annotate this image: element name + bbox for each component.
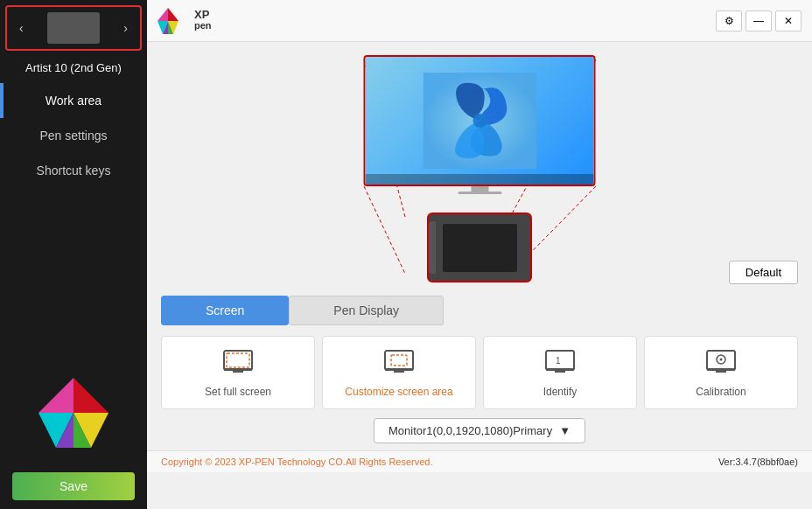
sidebar-item-pen-settings[interactable]: Pen settings [0,118,147,153]
device-thumbnail [47,12,100,44]
set-full-screen-card[interactable]: Set full screen [161,336,315,409]
svg-marker-0 [38,378,74,413]
tablet-device [427,213,532,282]
svg-rect-29 [716,371,726,373]
app-logo: XP pen [158,8,212,34]
monitor-dropdown-icon: ▼ [559,424,570,437]
svg-rect-28 [707,368,735,371]
sidebar-logo [0,360,147,465]
svg-rect-22 [391,355,407,366]
svg-rect-25 [555,371,565,373]
svg-point-14 [472,114,486,128]
monitor-base [458,192,501,194]
sidebar-item-work-area[interactable]: Work area [0,83,147,118]
device-name-label: Artist 10 (2nd Gen) [0,56,147,83]
svg-rect-20 [385,368,413,371]
monitor-screen [366,57,594,185]
next-device-button[interactable]: › [118,19,133,37]
settings-button[interactable]: ⚙ [716,10,742,31]
customize-screen-area-card[interactable]: Customize screen area [322,336,476,409]
tab-pen-display[interactable]: Pen Display [289,296,444,325]
set-full-screen-label: Set full screen [205,386,271,398]
svg-rect-19 [385,351,413,370]
svg-text:1: 1 [556,356,561,366]
display-area: Default [147,42,812,296]
minimize-button[interactable]: — [746,10,772,31]
sidebar-item-shortcut-keys[interactable]: Shortcut keys [0,153,147,188]
save-button[interactable]: Save [12,472,135,500]
identify-card[interactable]: 1 Identify [483,336,637,409]
device-header: ‹ › [5,5,142,51]
svg-rect-17 [233,371,243,373]
svg-rect-24 [546,368,574,371]
tab-bar: Screen Pen Display [161,296,798,325]
tablet-side-bar [429,221,436,274]
tablet-screen [443,224,517,272]
windows-swirl-icon [423,73,536,169]
monitor-bar: Monitor1(0,0,1920,1080)Primary ▼ [147,418,812,443]
sidebar-nav: Work area Pen settings Shortcut keys [0,83,147,188]
footer-copyright: Copyright © 2023 XP-PEN Technology CO.Al… [161,457,433,467]
app-logo-text: XP pen [194,9,212,31]
identify-label: Identify [543,386,578,398]
close-button[interactable]: ✕ [775,10,802,31]
line-bl [364,186,405,274]
customize-screen-area-icon [383,349,415,377]
monitor-frame [364,55,596,186]
identify-icon: 1 [544,349,576,377]
tab-screen[interactable]: Screen [161,296,289,325]
monitor-display [364,55,596,194]
tablet-body [427,213,532,282]
footer-version: Ver:3.4.7(8bbf0ae) [718,457,798,467]
window-controls: ⚙ — ✕ [716,10,802,31]
monitor-select[interactable]: Monitor1(0,0,1920,1080)Primary ▼ [374,418,585,443]
calibration-card[interactable]: Calibration [644,336,798,409]
calibration-icon [705,349,737,377]
default-button[interactable]: Default [729,261,798,284]
svg-rect-18 [227,353,249,367]
main-content: XP pen ⚙ — ✕ [147,0,812,509]
footer: Copyright © 2023 XP-PEN Technology CO.Al… [147,450,812,472]
svg-marker-1 [74,378,108,413]
svg-marker-6 [158,8,168,21]
action-buttons: Set full screen Customize screen area [161,336,798,409]
svg-rect-21 [394,371,404,373]
prev-device-button[interactable]: ‹ [14,19,29,37]
topbar: XP pen ⚙ — ✕ [147,0,812,42]
svg-point-31 [720,359,723,361]
set-full-screen-icon [222,349,254,377]
customize-screen-area-label: Customize screen area [345,386,452,398]
svg-marker-7 [168,8,178,21]
monitor-select-value: Monitor1(0,0,1920,1080)Primary [388,424,552,437]
sidebar: ‹ › Artist 10 (2nd Gen) Work area Pen se… [0,0,147,509]
svg-rect-16 [224,368,252,371]
monitor-taskbar [366,174,594,185]
calibration-label: Calibration [696,386,746,398]
